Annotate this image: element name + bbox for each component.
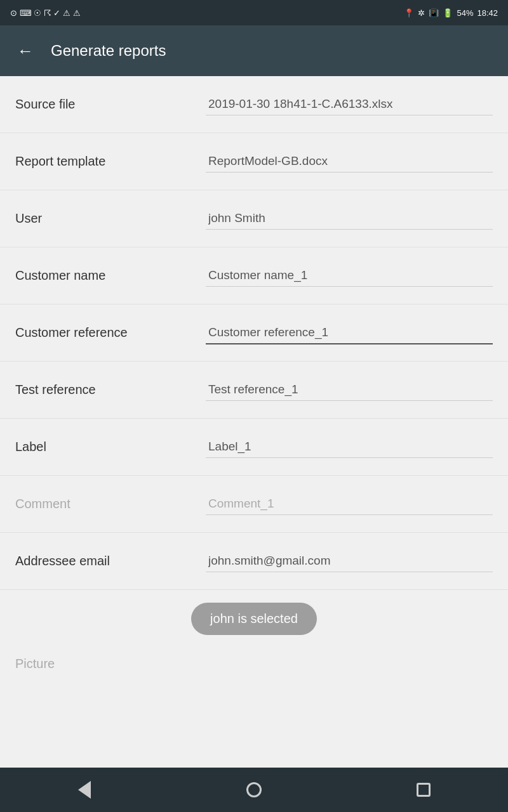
- form-row: Comment: [0, 476, 508, 533]
- time: 18:42: [477, 8, 498, 18]
- bottom-nav: [0, 768, 508, 812]
- form-label-1: Report template: [15, 154, 206, 169]
- form-label-4: Customer reference: [15, 325, 206, 340]
- form-input-0[interactable]: [206, 93, 493, 115]
- app-bar: ← Generate reports: [0, 25, 508, 76]
- john-selected-button[interactable]: john is selected: [191, 603, 317, 635]
- form-row: Report template: [0, 133, 508, 190]
- john-selected-wrapper: john is selected: [0, 590, 508, 635]
- recent-nav-icon: [417, 783, 431, 797]
- back-nav-button[interactable]: [65, 774, 104, 806]
- form-input-5[interactable]: [206, 379, 493, 401]
- form-label-7: Comment: [15, 497, 206, 511]
- recent-nav-button[interactable]: [404, 774, 443, 806]
- battery-level: 54%: [457, 8, 473, 18]
- battery-icon: 🔋: [443, 8, 453, 18]
- form-label-5: Test reference: [15, 383, 206, 397]
- status-bar: ⊙ ⌨ ☉ ☈ ✓ ⚠ ⚠ 📍 ✲ 📳 🔋 54% 18:42: [0, 0, 508, 25]
- form-label-8: Addressee email: [15, 554, 206, 568]
- vibrate-icon: 📳: [429, 8, 439, 18]
- form-row: Test reference: [0, 362, 508, 419]
- back-arrow-icon: ←: [17, 41, 34, 61]
- form-row: Addressee email: [0, 533, 508, 590]
- location-icon: 📍: [404, 8, 414, 18]
- form-label-2: User: [15, 211, 206, 226]
- form-input-3[interactable]: [206, 265, 493, 287]
- form-input-2[interactable]: [206, 207, 493, 230]
- form-row: Customer name: [0, 247, 508, 304]
- form-row: Source file: [0, 76, 508, 133]
- status-bar-right: 📍 ✲ 📳 🔋 54% 18:42: [404, 8, 498, 18]
- form-content: Source fileReport templateUserCustomer n…: [0, 76, 508, 768]
- form-row: Customer reference: [0, 304, 508, 362]
- form-input-6[interactable]: [206, 436, 493, 458]
- picture-row: Picture: [0, 641, 508, 686]
- form-input-1[interactable]: [206, 150, 493, 173]
- back-nav-icon: [78, 781, 91, 799]
- page-title: Generate reports: [51, 42, 166, 60]
- bluetooth-icon: ✲: [418, 8, 425, 18]
- status-bar-left: ⊙ ⌨ ☉ ☈ ✓ ⚠ ⚠: [10, 8, 399, 18]
- picture-label: Picture: [15, 657, 206, 671]
- form-label-6: Label: [15, 440, 206, 454]
- form-row: Label: [0, 419, 508, 476]
- home-nav-icon: [246, 782, 262, 797]
- form-label-0: Source file: [15, 97, 206, 112]
- back-button[interactable]: ←: [13, 38, 38, 63]
- form-row: User: [0, 190, 508, 247]
- status-icons: ⊙ ⌨ ☉ ☈ ✓ ⚠ ⚠: [10, 8, 81, 18]
- form-input-7[interactable]: [206, 493, 493, 515]
- form-input-4[interactable]: [206, 322, 493, 344]
- form-input-8[interactable]: [206, 550, 493, 572]
- home-nav-button[interactable]: [235, 774, 273, 806]
- form-label-3: Customer name: [15, 268, 206, 283]
